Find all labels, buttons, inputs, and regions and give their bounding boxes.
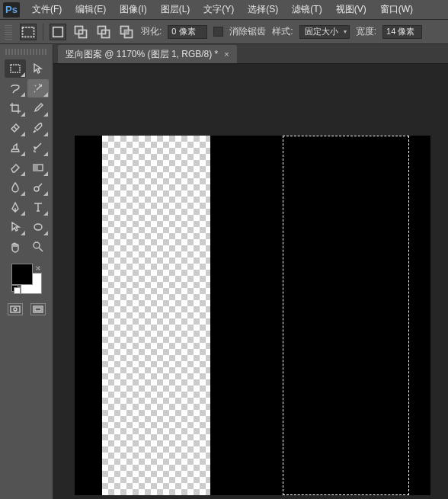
- style-select[interactable]: 固定大小: [299, 25, 350, 39]
- menu-view[interactable]: 视图(V): [330, 1, 373, 18]
- screen-mode[interactable]: [30, 303, 46, 315]
- document-tab-title: 竖向图案 @ 1170% (图层 1, RGB/8) *: [66, 48, 218, 61]
- transparent-region: [102, 136, 210, 495]
- selection-intersect-icon[interactable]: [118, 24, 135, 40]
- svg-rect-1: [53, 27, 63, 37]
- document-tab[interactable]: 竖向图案 @ 1170% (图层 1, RGB/8) * ×: [58, 45, 237, 63]
- tool-clone-stamp[interactable]: [5, 139, 26, 157]
- selection-subtract-icon[interactable]: [95, 24, 112, 40]
- tool-rectangular-marquee[interactable]: [5, 59, 26, 78]
- menu-file[interactable]: 文件(F): [26, 1, 68, 18]
- ps-logo[interactable]: Ps: [3, 2, 20, 18]
- style-label: 样式:: [272, 25, 293, 38]
- svg-rect-8: [125, 30, 129, 34]
- tool-move[interactable]: [27, 59, 49, 78]
- menu-select[interactable]: 选择(S): [242, 1, 284, 18]
- options-grip[interactable]: [5, 24, 12, 40]
- tool-blur[interactable]: [5, 178, 26, 197]
- width-label: 宽度:: [356, 25, 376, 38]
- tool-path-select[interactable]: [5, 218, 26, 236]
- canvas-viewport[interactable]: [53, 64, 448, 499]
- tools-grip[interactable]: [5, 49, 48, 55]
- selection-new-icon[interactable]: [50, 24, 66, 40]
- tool-eyedropper[interactable]: [27, 99, 49, 117]
- antialias-label: 消除锯齿: [229, 25, 266, 38]
- svg-point-16: [14, 308, 17, 311]
- selection-marquee: [283, 136, 409, 495]
- menu-filter[interactable]: 滤镜(T): [286, 1, 328, 18]
- svg-rect-15: [11, 306, 20, 312]
- color-swatch: ⤭: [11, 264, 42, 294]
- svg-rect-0: [23, 27, 34, 37]
- canvas-area: 竖向图案 @ 1170% (图层 1, RGB/8) * ×: [53, 44, 448, 499]
- swap-colors-icon[interactable]: ⤭: [35, 264, 41, 272]
- tool-lasso[interactable]: [5, 79, 26, 98]
- tool-eraser[interactable]: [5, 158, 26, 177]
- antialias-checkbox[interactable]: [213, 27, 223, 37]
- selection-add-icon[interactable]: [72, 24, 89, 40]
- feather-input[interactable]: [168, 25, 207, 39]
- tool-type[interactable]: [27, 198, 49, 216]
- svg-rect-11: [34, 165, 38, 171]
- document-canvas[interactable]: [75, 136, 430, 495]
- foreground-color[interactable]: [11, 264, 33, 285]
- svg-rect-18: [35, 308, 41, 311]
- close-icon[interactable]: ×: [224, 50, 229, 59]
- tool-spot-healing[interactable]: [5, 119, 26, 137]
- menu-edit[interactable]: 编辑(E): [69, 1, 112, 18]
- width-input[interactable]: [382, 25, 422, 39]
- tool-gradient[interactable]: [27, 158, 49, 177]
- tool-magic-wand[interactable]: [27, 79, 49, 98]
- tool-shape[interactable]: [27, 218, 49, 236]
- svg-rect-9: [11, 65, 20, 72]
- svg-point-14: [34, 242, 40, 248]
- document-tabs: 竖向图案 @ 1170% (图层 1, RGB/8) * ×: [53, 44, 448, 64]
- app-menubar: Ps 文件(F) 编辑(E) 图像(I) 图层(L) 文字(Y) 选择(S) 滤…: [0, 0, 448, 20]
- tool-crop[interactable]: [5, 99, 26, 117]
- active-tool-preset[interactable]: [20, 24, 37, 40]
- feather-label: 羽化:: [141, 25, 162, 38]
- tools-panel: ⤭: [0, 44, 53, 499]
- tool-pen[interactable]: [5, 198, 26, 216]
- default-colors-icon[interactable]: [11, 285, 21, 294]
- tool-brush[interactable]: [27, 119, 49, 137]
- options-bar: 羽化: 消除锯齿 样式: 固定大小 宽度:: [0, 20, 448, 44]
- menu-type[interactable]: 文字(Y): [197, 1, 240, 18]
- tool-history-brush[interactable]: [27, 139, 49, 157]
- svg-point-13: [34, 224, 42, 230]
- menu-window[interactable]: 窗口(W): [374, 1, 419, 18]
- menu-layer[interactable]: 图层(L): [155, 1, 197, 18]
- tool-dodge[interactable]: [27, 178, 49, 197]
- quick-mask-mode[interactable]: [8, 303, 23, 315]
- tool-hand[interactable]: [5, 238, 26, 256]
- tool-zoom[interactable]: [27, 238, 49, 256]
- menu-image[interactable]: 图像(I): [114, 1, 152, 18]
